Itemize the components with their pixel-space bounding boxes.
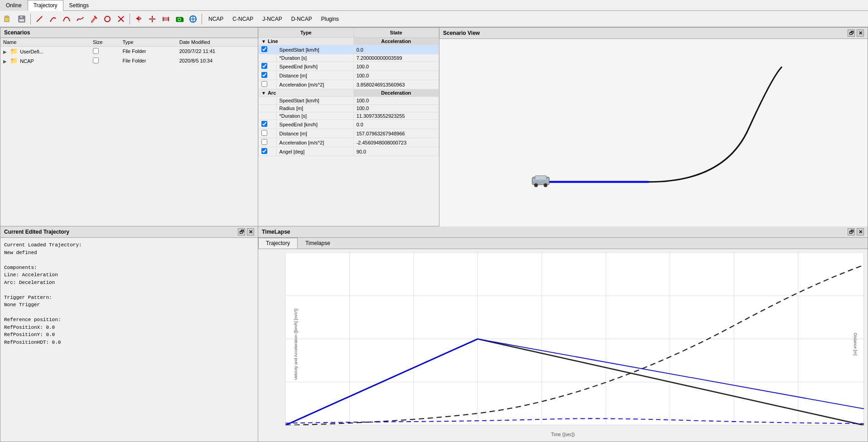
- section-line[interactable]: ▼Line Acceleration: [259, 38, 439, 45]
- col-date[interactable]: Date Modified: [177, 38, 258, 47]
- table-row[interactable]: Acceleration [m/s^2] -2.4560948008000723: [259, 138, 439, 147]
- spline-btn[interactable]: [74, 13, 87, 25]
- close-btn[interactable]: ✕: [857, 29, 864, 37]
- row-check[interactable]: [261, 81, 267, 87]
- table-row[interactable]: ▶ 📁 NCAP File Folder 2020/8/5 10:34: [0, 56, 258, 66]
- arc-state-header: Deceleration: [353, 89, 439, 97]
- param-value: 100.0: [353, 97, 439, 105]
- delete-btn[interactable]: [115, 13, 127, 25]
- edit-btn[interactable]: [87, 13, 100, 25]
- tab-timelapse[interactable]: Timelapse: [298, 238, 338, 249]
- param-value: 7.200000000003599: [353, 54, 439, 62]
- col-name[interactable]: Name: [0, 38, 90, 47]
- menu-dncap[interactable]: D-NCAP: [287, 13, 316, 25]
- svg-rect-27: [533, 179, 537, 181]
- svg-point-7: [105, 16, 110, 22]
- param-value: 0.0: [353, 120, 439, 129]
- trajectory-controls: 🗗 ✕: [238, 228, 254, 235]
- section-arc[interactable]: ▼Arc Deceleration: [259, 89, 439, 97]
- scenario-view-controls: 🗗 ✕: [848, 29, 864, 37]
- row-check[interactable]: [261, 130, 267, 136]
- svg-point-26: [544, 183, 547, 187]
- row-checkbox[interactable]: [93, 48, 99, 54]
- tab-settings[interactable]: Settings: [63, 0, 95, 11]
- col-size[interactable]: Size: [90, 38, 120, 47]
- table-row[interactable]: Radius [m] 100.0: [259, 105, 439, 112]
- table-row[interactable]: SpeedEnd [km/h] 100.0: [259, 62, 439, 71]
- tab-trajectory[interactable]: Trajectory: [258, 238, 298, 249]
- file-name: NCAP: [20, 58, 34, 64]
- svg-rect-29: [545, 179, 548, 181]
- svg-line-5: [37, 16, 42, 22]
- menubar: Online Trajectory Settings: [0, 0, 868, 11]
- car-icon: [532, 176, 550, 187]
- timelapse-controls: 🗗 ✕: [848, 228, 864, 235]
- param-value: -2.4560948008000723: [353, 138, 439, 147]
- row-check[interactable]: [261, 139, 267, 145]
- row-checkbox[interactable]: [93, 58, 99, 63]
- x-axis-label: Time ([sec]): [551, 432, 574, 437]
- arc-btn[interactable]: [47, 13, 59, 25]
- open-btn[interactable]: [2, 13, 14, 25]
- expand-icon[interactable]: ▶: [3, 59, 7, 64]
- restore-btn[interactable]: 🗗: [238, 228, 245, 235]
- table-row[interactable]: Acceleration [m/s^2] 3.8580246913560963: [259, 80, 439, 89]
- expand-icon[interactable]: ▶: [3, 49, 7, 54]
- svg-rect-1: [5, 16, 8, 17]
- close-btn[interactable]: ✕: [247, 228, 254, 235]
- trajectory-arc-black: [649, 67, 782, 182]
- param-label: Radius [m]: [276, 105, 353, 112]
- col-type[interactable]: Type: [120, 38, 176, 47]
- row-check[interactable]: [261, 148, 267, 154]
- svg-rect-14: [163, 18, 169, 20]
- camera-btn[interactable]: [173, 13, 186, 25]
- table-row[interactable]: SpeedEnd [km/h] 0.0: [259, 120, 439, 129]
- trim-btn[interactable]: [146, 13, 159, 25]
- menu-jncap[interactable]: J-NCAP: [258, 13, 286, 25]
- table-row[interactable]: Angel [deg] 90.0: [259, 147, 439, 156]
- svg-rect-3: [20, 16, 23, 18]
- circle-btn[interactable]: [101, 13, 114, 25]
- menu-ncap[interactable]: NCAP: [204, 13, 227, 25]
- trajectory-content: Current Loaded Trajectory: New defined C…: [0, 238, 258, 350]
- collapse-icon: ▼: [261, 91, 266, 96]
- table-row[interactable]: *Duration [s] 11.309733552923255: [259, 112, 439, 120]
- close-btn[interactable]: ✕: [857, 228, 864, 235]
- scenarios-header: Scenarios: [0, 28, 258, 38]
- param-label: Acceleration [m/s^2]: [276, 80, 353, 89]
- tab-trajectory[interactable]: Trajectory: [28, 0, 63, 11]
- svg-rect-28: [538, 179, 544, 181]
- row-check[interactable]: [261, 72, 267, 78]
- col-state-header: State: [353, 28, 439, 38]
- restore-btn[interactable]: 🗗: [848, 29, 855, 37]
- param-value: 100.0: [353, 71, 439, 80]
- row-check[interactable]: [261, 46, 267, 52]
- row-check[interactable]: [261, 121, 267, 127]
- line-btn[interactable]: [33, 13, 46, 25]
- param-label: Acceleration [m/s^2]: [276, 138, 353, 147]
- chart-svg: 0 100 200 0 100 200 0 2 4 6 8 10 12: [285, 253, 864, 425]
- table-row[interactable]: SpeedStart [km/h] 100.0: [259, 97, 439, 105]
- param-value: 90.0: [353, 147, 439, 156]
- mirror-btn[interactable]: [132, 13, 145, 25]
- table-row[interactable]: Distance [m] 157.07963267948966: [259, 129, 439, 138]
- measure-btn[interactable]: [159, 13, 172, 25]
- menu-cncap[interactable]: C-NCAP: [228, 13, 257, 25]
- menu-plugins[interactable]: Plugins: [317, 13, 343, 25]
- connect-btn[interactable]: [187, 13, 199, 25]
- row-check[interactable]: [261, 63, 267, 69]
- param-label: Angel [deg]: [276, 147, 353, 156]
- curve-btn[interactable]: [60, 13, 73, 25]
- table-row[interactable]: ▶ 📁 UserDefi... File Folder 2020/7/22 11…: [0, 47, 258, 56]
- table-row[interactable]: Distance [m] 100.0: [259, 71, 439, 80]
- y-left-label: Velocity and Acceleration ([km/h] [m/s²]…: [294, 308, 298, 380]
- table-row[interactable]: SpeedStart [km/h] 0.0: [259, 45, 439, 54]
- save-btn[interactable]: [15, 13, 28, 25]
- timelapse-tabs: Trajectory Timelapse: [258, 238, 868, 249]
- chart-container: Velocity and Acceleration ([km/h] [m/s²]…: [258, 249, 868, 439]
- param-label: Distance [m]: [276, 129, 353, 138]
- tab-online[interactable]: Online: [0, 0, 28, 11]
- restore-btn[interactable]: 🗗: [848, 228, 855, 235]
- y-right-label: Distance [m]: [853, 332, 858, 355]
- table-row[interactable]: *Duration [s] 7.200000000003599: [259, 54, 439, 62]
